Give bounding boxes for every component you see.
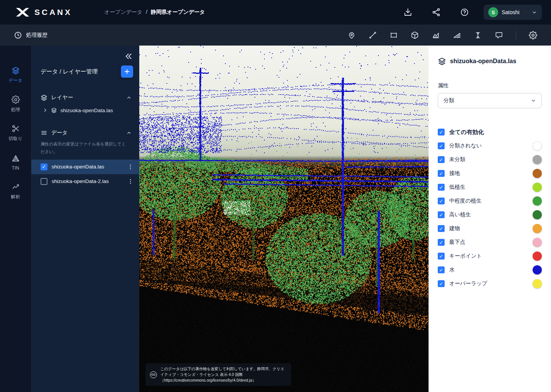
checkbox-checked[interactable]: ✓ — [438, 198, 445, 204]
checkbox-checked[interactable]: ✓ — [438, 280, 445, 287]
class-row[interactable]: ✓ 中程度の植生 — [438, 194, 542, 208]
export-icon[interactable] — [403, 8, 412, 17]
file-row[interactable]: shizuoka-openData-2.las — [31, 174, 139, 189]
rail-label: 切取り — [8, 136, 22, 142]
gear-icon[interactable] — [529, 31, 537, 39]
clock-icon — [14, 31, 22, 39]
class-row[interactable]: ✓ 低植生 — [438, 180, 542, 194]
help-icon[interactable] — [460, 8, 469, 17]
cube-icon[interactable] — [411, 31, 419, 39]
point-cloud-viewport[interactable]: CC このデータは以下の著作物を改変して利用しています。静岡市、クリエイティブ・… — [139, 46, 429, 392]
checkbox-checked[interactable]: ✓ — [438, 156, 445, 163]
rect-select-icon[interactable] — [390, 31, 398, 39]
add-data-button[interactable] — [121, 65, 133, 78]
color-swatch[interactable] — [533, 224, 542, 233]
class-row[interactable]: ✓ キーポイント — [438, 249, 542, 263]
user-menu[interactable]: S Satoshi — [484, 5, 542, 20]
color-swatch[interactable] — [533, 252, 542, 261]
checkbox-unchecked[interactable] — [41, 178, 47, 185]
class-row[interactable]: ✓ 建物 — [438, 222, 542, 235]
inspector-panel: shizuoka-openData.las 属性 分類 ✓ 全ての有効化 ✓ 分… — [429, 46, 551, 392]
class-row[interactable]: ✓ 分類されない — [438, 139, 542, 153]
file-name[interactable]: shizuoka-openData-2.las — [52, 178, 123, 184]
class-row[interactable]: ✓ 未分類 — [438, 153, 542, 167]
color-swatch[interactable] — [533, 279, 542, 288]
rail-item-data[interactable]: データ — [0, 63, 31, 87]
class-row[interactable]: ✓ 高い植生 — [438, 208, 542, 222]
rail-item-analysis[interactable]: 解析 — [0, 180, 31, 203]
layers-icon — [41, 94, 47, 101]
scissors-icon — [11, 124, 20, 133]
class-label: オーバーラップ — [449, 280, 528, 287]
toolbar-tools — [347, 31, 537, 39]
kebab-icon[interactable] — [127, 163, 134, 170]
checkbox-checked[interactable]: ✓ — [438, 142, 445, 149]
breadcrumb-separator: / — [146, 9, 147, 16]
class-label: 水 — [449, 266, 528, 273]
comment-icon[interactable] — [495, 31, 503, 39]
color-swatch[interactable] — [533, 265, 542, 274]
inspector-header: shizuoka-openData.las — [438, 57, 542, 65]
chevron-up-icon[interactable] — [126, 130, 132, 136]
area-chart-icon[interactable] — [432, 31, 440, 39]
height-measure-icon[interactable] — [474, 31, 482, 39]
checkbox-checked[interactable]: ✓ — [438, 266, 445, 273]
point-cloud-canvas[interactable] — [139, 46, 429, 392]
class-label: キーポイント — [449, 253, 528, 260]
layers-section-header[interactable]: レイヤー — [31, 92, 139, 103]
checkbox-checked[interactable]: ✓ — [438, 129, 445, 136]
checkbox-checked[interactable]: ✓ — [438, 253, 445, 260]
layer-tree-item[interactable]: shizuoka-openData.las — [31, 105, 139, 116]
user-name: Satoshi — [502, 9, 528, 15]
enable-all-row[interactable]: ✓ 全ての有効化 — [438, 125, 542, 139]
logo-text: SCANX — [34, 8, 72, 17]
checkbox-checked[interactable]: ✓ — [438, 225, 445, 232]
rail-label: 解析 — [11, 194, 20, 200]
collapse-panel-icon[interactable] — [124, 52, 133, 61]
class-row[interactable]: ✓ オーバーラップ — [438, 277, 542, 291]
share-icon[interactable] — [432, 8, 441, 17]
color-swatch[interactable] — [533, 183, 542, 192]
slope-icon[interactable] — [453, 31, 461, 39]
chevron-right-icon[interactable] — [43, 108, 47, 113]
color-swatch[interactable] — [533, 210, 542, 219]
color-swatch[interactable] — [533, 238, 542, 247]
rail-item-tin[interactable]: TIN — [0, 150, 31, 174]
checkbox-checked[interactable]: ✓ — [438, 239, 445, 246]
color-swatch[interactable] — [533, 196, 542, 206]
kebab-icon[interactable] — [127, 178, 134, 185]
checkbox-checked[interactable]: ✓ — [438, 170, 445, 177]
class-label: 建物 — [449, 225, 528, 232]
data-section-header[interactable]: データ — [31, 127, 139, 138]
rail-item-crop[interactable]: 切取り — [0, 121, 31, 145]
attribute-select[interactable]: 分類 — [438, 93, 542, 108]
class-row[interactable]: ✓ 最下点 — [438, 235, 542, 249]
checkbox-checked[interactable]: ✓ — [438, 184, 445, 191]
app: SCANX オープンデータ / 静岡県オープンデータ S Satoshi — [0, 0, 551, 392]
gears-icon — [11, 95, 20, 104]
rail-item-process[interactable]: 処理 — [0, 92, 31, 116]
class-row[interactable]: ✓ 水 — [438, 263, 542, 277]
pin-icon[interactable] — [347, 31, 356, 39]
class-label: 未分類 — [449, 156, 528, 163]
color-swatch[interactable] — [533, 141, 542, 150]
file-row[interactable]: ✓ shizuoka-openData.las — [31, 160, 139, 174]
measure-line-icon[interactable] — [368, 31, 377, 39]
chevron-down-icon — [531, 98, 536, 103]
color-swatch[interactable] — [533, 155, 542, 164]
layers-icon — [51, 107, 57, 113]
class-label: 低植生 — [449, 184, 528, 191]
file-name[interactable]: shizuoka-openData.las — [52, 164, 123, 170]
tin-mesh-icon — [11, 154, 20, 163]
checkbox-checked[interactable]: ✓ — [41, 163, 47, 170]
color-swatch[interactable] — [533, 169, 542, 178]
chevron-up-icon[interactable] — [126, 95, 132, 100]
checkbox-checked[interactable]: ✓ — [438, 211, 445, 218]
breadcrumb-parent[interactable]: オープンデータ — [104, 9, 143, 16]
left-rail: データ 処理 切取り TIN 解析 — [0, 46, 31, 392]
logo[interactable]: SCANX — [15, 7, 72, 17]
class-row[interactable]: ✓ 接地 — [438, 167, 542, 180]
layer-panel: データ / レイヤー管理 レイヤー shizuoka-openData.las — [31, 46, 139, 392]
class-label: 高い植生 — [449, 211, 528, 218]
history-button[interactable]: 処理履歴 — [14, 31, 47, 39]
